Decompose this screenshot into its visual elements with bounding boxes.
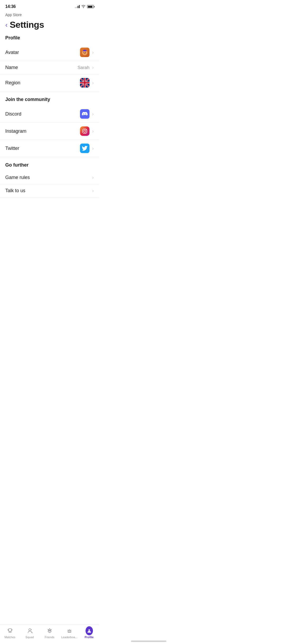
game-rules-row-right: ›	[92, 175, 94, 180]
discord-row[interactable]: Discord ›	[0, 105, 99, 123]
instagram-label: Instagram	[5, 128, 26, 134]
svg-point-18	[86, 129, 86, 130]
community-section-header: Join the community	[0, 97, 99, 105]
game-rules-label: Game rules	[5, 175, 30, 180]
twitter-label: Twitter	[5, 146, 19, 151]
discord-icon	[80, 109, 89, 119]
uk-flag-icon	[80, 78, 89, 88]
status-time: 14:36	[5, 4, 16, 9]
region-chevron-icon: ›	[92, 80, 94, 86]
wifi-icon	[81, 4, 86, 9]
region-label: Region	[5, 80, 20, 86]
further-section: Go further Game rules › Talk to us ›	[0, 162, 99, 197]
game-rules-row[interactable]: Game rules ›	[0, 171, 99, 184]
avatar-icon	[80, 48, 89, 57]
talk-to-us-row-right: ›	[92, 188, 94, 194]
battery-icon	[87, 5, 94, 8]
instagram-row[interactable]: Instagram ›	[0, 123, 99, 140]
game-rules-chevron-icon: ›	[92, 175, 94, 180]
name-row-right: Sarah ›	[78, 65, 94, 70]
svg-rect-14	[80, 82, 89, 84]
talk-to-us-label: Talk to us	[5, 188, 25, 194]
avatar-chevron-icon: ›	[92, 50, 94, 55]
profile-section-header: Profile	[0, 35, 99, 44]
avatar-row[interactable]: Avatar	[0, 44, 99, 61]
avatar-label: Avatar	[5, 50, 19, 55]
page-title-row[interactable]: ‹ Settings	[0, 17, 99, 35]
region-row-right: ›	[80, 78, 94, 88]
svg-point-4	[84, 52, 84, 53]
signal-icon	[75, 5, 80, 8]
region-row[interactable]: Region	[0, 74, 99, 91]
back-nav: App Store	[0, 12, 99, 17]
back-chevron-icon[interactable]: ‹	[5, 21, 8, 28]
svg-point-5	[85, 52, 86, 53]
instagram-chevron-icon: ›	[92, 128, 94, 134]
name-row[interactable]: Name Sarah ›	[0, 61, 99, 74]
twitter-chevron-icon: ›	[92, 146, 94, 151]
svg-point-17	[84, 130, 86, 132]
name-chevron-icon: ›	[92, 65, 94, 70]
talk-to-us-row[interactable]: Talk to us ›	[0, 184, 99, 197]
back-nav-label: App Store	[5, 13, 22, 17]
name-label: Name	[5, 65, 18, 70]
community-section: Join the community Discord › Instagram	[0, 97, 99, 157]
instagram-row-right: ›	[80, 126, 94, 136]
name-value: Sarah	[78, 65, 89, 70]
twitter-row-right: ›	[80, 144, 94, 153]
svg-rect-3	[83, 50, 86, 51]
status-bar: 14:36	[0, 0, 99, 12]
further-section-header: Go further	[0, 162, 99, 171]
status-icons	[75, 4, 94, 9]
page-title: Settings	[10, 20, 44, 30]
profile-section: Profile Avatar	[0, 35, 99, 91]
avatar-row-right: ›	[80, 48, 94, 57]
talk-to-us-chevron-icon: ›	[92, 188, 94, 194]
discord-label: Discord	[5, 111, 21, 117]
discord-chevron-icon: ›	[92, 111, 94, 117]
twitter-row[interactable]: Twitter ›	[0, 140, 99, 157]
discord-row-right: ›	[80, 109, 94, 119]
twitter-icon	[80, 144, 89, 153]
instagram-icon	[80, 126, 89, 136]
